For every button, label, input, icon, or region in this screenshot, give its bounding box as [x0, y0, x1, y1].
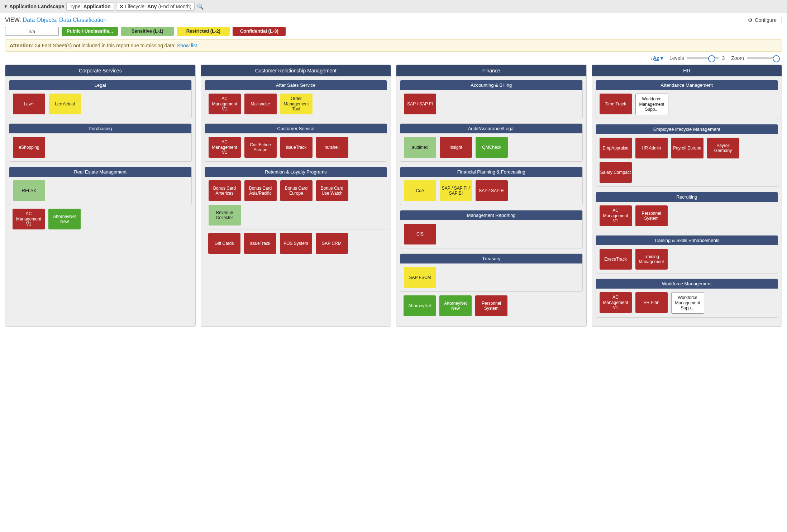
caret-down-icon: ▼ [4, 4, 8, 9]
application-tile[interactable]: POS System [280, 233, 312, 254]
application-tile[interactable]: SAP CRM [316, 233, 348, 254]
sub-capability-box: Workforce ManagementAC Management V1HR P… [596, 279, 778, 318]
sub-capability-header[interactable]: Treasury [400, 254, 582, 263]
zoom-slider[interactable] [747, 56, 779, 61]
sub-capability-box: Management ReportingCIS [400, 210, 583, 248]
application-tile[interactable]: AC Management V1 [600, 205, 632, 226]
application-tile[interactable]: CustEchoe Europe [244, 137, 277, 158]
application-tile[interactable]: SAP / SAP FI [476, 180, 508, 201]
column-header[interactable]: Customer Relationship Management [201, 65, 391, 76]
application-tile[interactable]: Insight [440, 137, 472, 158]
sub-capability-header[interactable]: Workforce Management [596, 279, 778, 289]
filter-value: Any [147, 4, 157, 9]
sub-capability-header[interactable]: Management Reporting [400, 210, 582, 220]
sub-capability-header[interactable]: Real Estate Management [9, 167, 191, 177]
application-tile[interactable]: ExecuTrack [600, 249, 632, 270]
application-tile[interactable]: Bonus Card Use Watch [316, 180, 348, 201]
tile-grid: SAP / SAP FI [400, 90, 582, 118]
application-tile[interactable]: CoA [404, 180, 436, 201]
application-tile[interactable]: Gift Cards [208, 233, 240, 254]
legend-confidential[interactable]: Confidential (L-3) [233, 27, 286, 36]
application-tile[interactable]: CIS [404, 224, 436, 244]
levels-slider[interactable] [687, 56, 719, 61]
column-header[interactable]: Finance [396, 65, 586, 76]
application-tile[interactable]: RELAX [13, 180, 45, 201]
sub-capability-header[interactable]: Customer Service [205, 124, 387, 133]
application-tile[interactable]: AttorneyNet [404, 295, 436, 316]
application-tile[interactable]: AC Management V1 [13, 209, 45, 229]
application-tile[interactable]: SAP FSCM [404, 267, 436, 288]
filter-chip-type[interactable]: Type: Application [66, 2, 114, 11]
application-tile[interactable]: Law+ [13, 94, 45, 114]
application-tile[interactable]: eShopping [13, 137, 45, 158]
application-tile[interactable]: Payroll Germany [707, 138, 739, 158]
tile-grid: ExecuTrackTraining Management [596, 245, 778, 273]
sub-capability-header[interactable]: Recruiting [596, 192, 778, 202]
application-tile[interactable]: Payroll Europe [671, 138, 703, 158]
column-header[interactable]: HR [592, 65, 782, 76]
tile-grid: AC Management V1Personnel System [596, 202, 778, 230]
sub-capability-header[interactable]: Financial Planning & Forecasting [400, 167, 582, 177]
slider-thumb[interactable] [708, 55, 715, 62]
application-tile[interactable]: issueTrack [244, 233, 276, 254]
page-title-group[interactable]: ▼ Application Landscape [4, 4, 64, 9]
application-tile[interactable]: AC Management V1 [209, 94, 241, 114]
legend-na[interactable]: n/a [5, 27, 59, 36]
alert-show-list-link[interactable]: Show list [177, 43, 197, 48]
legend-sensitive[interactable]: Sensitive (L-1) [121, 27, 174, 36]
sub-capability-header[interactable]: Purchasing [9, 124, 191, 133]
application-tile[interactable]: Workforce Management Supp... [635, 94, 668, 115]
column-header[interactable]: Corporate Services [5, 65, 195, 76]
application-tile[interactable]: Lex Actual [49, 94, 81, 114]
application-tile[interactable]: SAP / SAP FI [404, 94, 436, 114]
application-tile[interactable]: Bonus Card Americas [209, 180, 241, 201]
close-icon[interactable]: ✕ [119, 4, 124, 9]
application-tile[interactable]: QMCheck [476, 137, 508, 158]
application-tile[interactable]: Mailsnake [244, 94, 277, 114]
tile-grid: CIS [400, 220, 582, 248]
configure-button[interactable]: ⚙ Configure [748, 17, 782, 23]
legend-restricted[interactable]: Restricted (L-2) [177, 27, 230, 36]
application-tile[interactable]: Bonus Card Asia/Pacific [244, 180, 277, 201]
application-tile[interactable]: Personnel System [475, 295, 507, 316]
application-tile[interactable]: nutshell [316, 137, 348, 158]
application-tile[interactable]: EmpAppraise [600, 138, 632, 158]
application-tile[interactable]: Order Management Tool [280, 94, 313, 114]
zoom-label: Zoom [731, 55, 744, 61]
controls-row: ↓A͟z ▾ Levels 3 Zoom [0, 54, 787, 63]
application-tile[interactable]: Workforce Management Supp... [671, 292, 704, 314]
application-tile[interactable]: audimex [404, 137, 436, 158]
filter-chip-lifecycle[interactable]: ✕ Lifecycle: Any (End of Month) [116, 2, 195, 11]
application-tile[interactable]: Personnel System [635, 205, 668, 226]
view-link[interactable]: Data Objects: Data Classification [23, 17, 107, 23]
sub-capability-header[interactable]: Training & Skills Enhancements [596, 236, 778, 245]
sub-capability-header[interactable]: Accounting & Billing [400, 80, 582, 90]
application-tile[interactable]: Salary Compact [600, 162, 632, 183]
view-prefix: VIEW: [5, 17, 21, 23]
zoom-slider-group: Zoom [731, 55, 779, 61]
application-tile[interactable]: Time Track [600, 94, 632, 114]
slider-thumb[interactable] [773, 55, 780, 62]
sort-button[interactable]: ↓A͟z ▾ [650, 55, 663, 61]
application-tile[interactable]: Training Management [635, 249, 668, 270]
application-tile[interactable]: issueTrack [280, 137, 313, 158]
sub-capability-header[interactable]: Audit/Assurance/Legal [400, 124, 582, 133]
column-body: LegalLaw+Lex ActualPurchasingeShoppingRe… [5, 76, 195, 237]
sub-capability-header[interactable]: Legal [9, 80, 191, 90]
application-tile[interactable]: HR Admin [635, 138, 668, 158]
application-tile[interactable]: SAP / SAP FI / SAP BI [440, 180, 472, 201]
gear-icon: ⚙ [748, 17, 753, 23]
search-icon[interactable]: 🔍 [197, 3, 204, 10]
sub-capability-header[interactable]: After Sales Service [205, 80, 387, 90]
application-tile[interactable]: Revenue Collector [209, 205, 241, 225]
application-tile[interactable]: Bonus Card Europe [280, 180, 313, 201]
application-tile[interactable]: AttorneyNet New [439, 295, 472, 316]
sub-capability-header[interactable]: Retention & Loyalty Programs [205, 167, 387, 177]
sub-capability-header[interactable]: Attendance Management [596, 80, 778, 90]
application-tile[interactable]: AttorneyNet New [48, 209, 81, 229]
sub-capability-header[interactable]: Employee lifecycle Management [596, 124, 778, 134]
application-tile[interactable]: HR Plan [635, 292, 668, 313]
application-tile[interactable]: AC Management V1 [600, 292, 632, 313]
application-tile[interactable]: AC Management V1 [209, 137, 241, 158]
legend-public[interactable]: Public / Unclassifie... [62, 27, 118, 36]
